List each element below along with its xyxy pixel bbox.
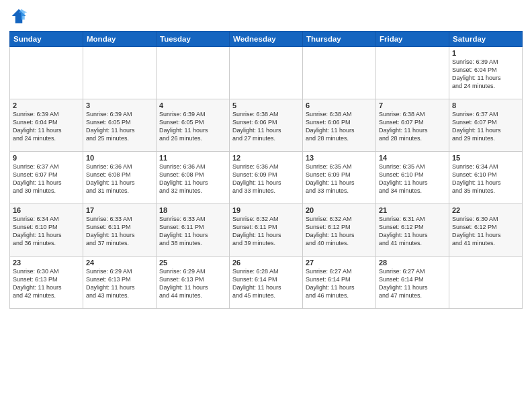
day-info: Sunrise: 6:36 AM Sunset: 6:08 PM Dayligh…: [159, 163, 226, 195]
week-row-2: 9Sunrise: 6:37 AM Sunset: 6:07 PM Daylig…: [10, 152, 523, 204]
logo: [9, 7, 31, 26]
day-cell: 10Sunrise: 6:36 AM Sunset: 6:08 PM Dayli…: [83, 152, 157, 204]
day-cell: 6Sunrise: 6:38 AM Sunset: 6:06 PM Daylig…: [303, 99, 376, 152]
day-cell: 24Sunrise: 6:29 AM Sunset: 6:13 PM Dayli…: [83, 257, 157, 309]
day-number: 14: [379, 154, 446, 162]
day-number: 22: [452, 206, 519, 214]
day-number: 28: [379, 259, 446, 267]
weekday-thursday: Thursday: [303, 32, 376, 47]
day-info: Sunrise: 6:39 AM Sunset: 6:05 PM Dayligh…: [159, 110, 226, 143]
day-cell: 26Sunrise: 6:28 AM Sunset: 6:14 PM Dayli…: [230, 257, 303, 309]
day-info: Sunrise: 6:39 AM Sunset: 6:05 PM Dayligh…: [86, 110, 153, 143]
weekday-tuesday: Tuesday: [157, 32, 230, 47]
week-row-3: 16Sunrise: 6:34 AM Sunset: 6:10 PM Dayli…: [10, 204, 523, 257]
day-cell: [230, 47, 303, 99]
weekday-saturday: Saturday: [449, 32, 523, 47]
day-info: Sunrise: 6:37 AM Sunset: 6:07 PM Dayligh…: [452, 110, 519, 143]
day-number: 9: [13, 154, 80, 162]
logo-icon: [9, 7, 28, 26]
day-cell: [83, 47, 157, 99]
day-info: Sunrise: 6:27 AM Sunset: 6:14 PM Dayligh…: [306, 267, 373, 300]
day-number: 21: [379, 206, 446, 214]
day-cell: [376, 47, 449, 99]
day-cell: 14Sunrise: 6:35 AM Sunset: 6:10 PM Dayli…: [376, 152, 449, 204]
day-number: 2: [13, 101, 80, 109]
day-number: 15: [452, 154, 519, 162]
day-info: Sunrise: 6:33 AM Sunset: 6:11 PM Dayligh…: [159, 215, 226, 248]
week-row-1: 2Sunrise: 6:39 AM Sunset: 6:04 PM Daylig…: [10, 99, 523, 152]
day-number: 5: [232, 101, 300, 109]
day-cell: 25Sunrise: 6:29 AM Sunset: 6:13 PM Dayli…: [157, 257, 230, 309]
day-number: 19: [232, 206, 300, 214]
day-number: 18: [159, 206, 226, 214]
day-number: 3: [86, 101, 153, 109]
day-number: 6: [306, 101, 373, 109]
day-info: Sunrise: 6:36 AM Sunset: 6:08 PM Dayligh…: [86, 163, 153, 195]
day-cell: 3Sunrise: 6:39 AM Sunset: 6:05 PM Daylig…: [83, 99, 157, 152]
day-cell: 9Sunrise: 6:37 AM Sunset: 6:07 PM Daylig…: [10, 152, 83, 204]
day-number: 25: [159, 259, 226, 267]
day-number: 27: [306, 259, 373, 267]
day-cell: 4Sunrise: 6:39 AM Sunset: 6:05 PM Daylig…: [157, 99, 230, 152]
day-number: 8: [452, 101, 519, 109]
day-cell: 15Sunrise: 6:34 AM Sunset: 6:10 PM Dayli…: [449, 152, 523, 204]
day-info: Sunrise: 6:36 AM Sunset: 6:09 PM Dayligh…: [232, 163, 300, 195]
day-number: 17: [86, 206, 153, 214]
day-cell: [303, 47, 376, 99]
day-number: 26: [232, 259, 300, 267]
day-cell: 18Sunrise: 6:33 AM Sunset: 6:11 PM Dayli…: [157, 204, 230, 257]
week-row-0: 1Sunrise: 6:39 AM Sunset: 6:04 PM Daylig…: [10, 47, 523, 99]
day-number: 13: [306, 154, 373, 162]
weekday-monday: Monday: [83, 32, 157, 47]
day-number: 24: [86, 259, 153, 267]
day-info: Sunrise: 6:29 AM Sunset: 6:13 PM Dayligh…: [86, 267, 153, 300]
day-number: 7: [379, 101, 446, 109]
day-number: 20: [306, 206, 373, 214]
day-info: Sunrise: 6:32 AM Sunset: 6:11 PM Dayligh…: [232, 215, 300, 248]
page: SundayMondayTuesdayWednesdayThursdayFrid…: [0, 0, 532, 411]
calendar-table: SundayMondayTuesdayWednesdayThursdayFrid…: [9, 31, 523, 309]
day-cell: 20Sunrise: 6:32 AM Sunset: 6:12 PM Dayli…: [303, 204, 376, 257]
day-info: Sunrise: 6:38 AM Sunset: 6:07 PM Dayligh…: [379, 110, 446, 143]
day-info: Sunrise: 6:30 AM Sunset: 6:13 PM Dayligh…: [13, 267, 80, 300]
day-info: Sunrise: 6:35 AM Sunset: 6:09 PM Dayligh…: [306, 163, 373, 195]
day-number: 16: [13, 206, 80, 214]
day-cell: 27Sunrise: 6:27 AM Sunset: 6:14 PM Dayli…: [303, 257, 376, 309]
day-cell: 22Sunrise: 6:30 AM Sunset: 6:12 PM Dayli…: [449, 204, 523, 257]
day-info: Sunrise: 6:27 AM Sunset: 6:14 PM Dayligh…: [379, 267, 446, 300]
day-cell: 7Sunrise: 6:38 AM Sunset: 6:07 PM Daylig…: [376, 99, 449, 152]
day-info: Sunrise: 6:29 AM Sunset: 6:13 PM Dayligh…: [159, 267, 226, 300]
day-number: 4: [159, 101, 226, 109]
day-cell: 12Sunrise: 6:36 AM Sunset: 6:09 PM Dayli…: [230, 152, 303, 204]
day-info: Sunrise: 6:38 AM Sunset: 6:06 PM Dayligh…: [306, 110, 373, 143]
day-cell: 2Sunrise: 6:39 AM Sunset: 6:04 PM Daylig…: [10, 99, 83, 152]
day-info: Sunrise: 6:39 AM Sunset: 6:04 PM Dayligh…: [13, 110, 80, 143]
day-info: Sunrise: 6:30 AM Sunset: 6:12 PM Dayligh…: [452, 215, 519, 248]
day-cell: 28Sunrise: 6:27 AM Sunset: 6:14 PM Dayli…: [376, 257, 449, 309]
day-info: Sunrise: 6:37 AM Sunset: 6:07 PM Dayligh…: [13, 163, 80, 195]
day-info: Sunrise: 6:39 AM Sunset: 6:04 PM Dayligh…: [452, 58, 519, 91]
day-info: Sunrise: 6:38 AM Sunset: 6:06 PM Dayligh…: [232, 110, 300, 143]
weekday-sunday: Sunday: [10, 32, 83, 47]
day-number: 1: [452, 49, 519, 57]
day-cell: [157, 47, 230, 99]
day-info: Sunrise: 6:32 AM Sunset: 6:12 PM Dayligh…: [306, 215, 373, 248]
weekday-wednesday: Wednesday: [230, 32, 303, 47]
week-row-4: 23Sunrise: 6:30 AM Sunset: 6:13 PM Dayli…: [10, 257, 523, 309]
day-cell: 19Sunrise: 6:32 AM Sunset: 6:11 PM Dayli…: [230, 204, 303, 257]
day-number: 23: [13, 259, 80, 267]
day-cell: [10, 47, 83, 99]
day-cell: 13Sunrise: 6:35 AM Sunset: 6:09 PM Dayli…: [303, 152, 376, 204]
day-cell: [449, 257, 523, 309]
day-info: Sunrise: 6:31 AM Sunset: 6:12 PM Dayligh…: [379, 215, 446, 248]
day-info: Sunrise: 6:34 AM Sunset: 6:10 PM Dayligh…: [13, 215, 80, 248]
day-cell: 5Sunrise: 6:38 AM Sunset: 6:06 PM Daylig…: [230, 99, 303, 152]
day-cell: 17Sunrise: 6:33 AM Sunset: 6:11 PM Dayli…: [83, 204, 157, 257]
day-cell: 11Sunrise: 6:36 AM Sunset: 6:08 PM Dayli…: [157, 152, 230, 204]
day-number: 12: [232, 154, 300, 162]
header: [9, 7, 523, 26]
day-cell: 21Sunrise: 6:31 AM Sunset: 6:12 PM Dayli…: [376, 204, 449, 257]
day-info: Sunrise: 6:33 AM Sunset: 6:11 PM Dayligh…: [86, 215, 153, 248]
day-cell: 16Sunrise: 6:34 AM Sunset: 6:10 PM Dayli…: [10, 204, 83, 257]
day-info: Sunrise: 6:34 AM Sunset: 6:10 PM Dayligh…: [452, 163, 519, 195]
